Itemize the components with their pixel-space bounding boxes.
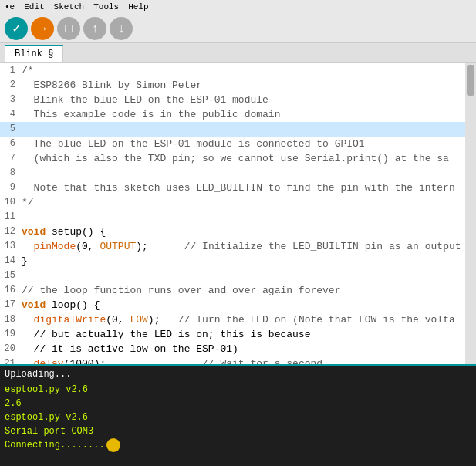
line-number: 7: [0, 151, 22, 166]
console: Uploading... esptool.py v2.62.6esptool.p…: [0, 364, 476, 464]
code-line-19: 19 // but actually the LED is on; this i…: [0, 327, 476, 342]
code-line-3: 3 Blink the blue LED on the ESP-01 modul…: [0, 93, 476, 107]
console-line: Serial port COM3: [5, 424, 471, 438]
code-line-5: 5: [0, 122, 476, 137]
upload-button[interactable]: →: [31, 17, 54, 40]
line-content: [22, 210, 476, 225]
line-number: 16: [0, 283, 22, 298]
line-content: void loop() {: [22, 298, 476, 312]
code-line-9: 9 Note that this sketch uses LED_BUILTIN…: [0, 181, 476, 195]
line-content: ESP8266 Blink by Simon Peter: [22, 78, 476, 93]
line-number: 13: [0, 239, 22, 254]
menu-edit[interactable]: Edit: [24, 2, 44, 12]
line-number: 2: [0, 78, 22, 93]
line-number: 5: [0, 122, 22, 137]
line-content: [22, 122, 476, 137]
line-content: */: [22, 195, 476, 210]
code-line-10: 10*/: [0, 195, 476, 210]
line-content: [22, 268, 476, 283]
code-line-4: 4 This example code is in the public dom…: [0, 107, 476, 122]
open-button[interactable]: ↑: [83, 17, 106, 40]
line-content: // it is active low on the ESP-01): [22, 342, 476, 356]
line-number: 21: [0, 356, 22, 364]
line-number: 3: [0, 93, 22, 107]
line-number: 6: [0, 137, 22, 151]
line-content: void setup() {: [22, 225, 476, 239]
code-line-11: 11: [0, 210, 476, 225]
line-number: 4: [0, 107, 22, 122]
console-output: esptool.py v2.62.6esptool.py v2.6Serial …: [5, 383, 471, 452]
code-area[interactable]: 1/*2 ESP8266 Blink by Simon Peter3 Blink…: [0, 63, 476, 364]
line-content: /*: [22, 63, 476, 78]
code-line-13: 13 pinMode(0, OUTPUT); // Initialize the…: [0, 239, 476, 254]
line-number: 14: [0, 254, 22, 268]
console-line: esptool.py v2.6: [5, 410, 471, 424]
editor: 1/*2 ESP8266 Blink by Simon Peter3 Blink…: [0, 63, 476, 364]
new-button[interactable]: □: [57, 17, 80, 40]
line-number: 12: [0, 225, 22, 239]
line-content: This example code is in the public domai…: [22, 107, 476, 122]
code-line-2: 2 ESP8266 Blink by Simon Peter: [0, 78, 476, 93]
console-line: esptool.py v2.6: [5, 383, 471, 397]
editor-scrollbar[interactable]: [465, 63, 476, 364]
code-line-6: 6 The blue LED on the ESP-01 module is c…: [0, 137, 476, 151]
console-line: Connecting........: [5, 438, 471, 452]
line-number: 1: [0, 63, 22, 78]
line-number: 17: [0, 298, 22, 312]
menu-help[interactable]: Help: [128, 2, 148, 12]
tab-blink[interactable]: Blink §: [5, 45, 63, 62]
menu-file[interactable]: •e: [5, 2, 15, 12]
line-content: pinMode(0, OUTPUT); // Initialize the LE…: [22, 239, 476, 254]
line-content: Note that this sketch uses LED_BUILTIN t…: [22, 181, 476, 195]
console-line: 2.6: [5, 397, 471, 410]
code-line-16: 16// the loop function runs over and ove…: [0, 283, 476, 298]
line-number: 19: [0, 327, 22, 342]
line-number: 10: [0, 195, 22, 210]
menubar: •e Edit Sketch Tools Help: [0, 0, 476, 14]
line-number: 8: [0, 166, 22, 181]
code-line-21: 21 delay(1000); // Wait for a second: [0, 356, 476, 364]
code-line-12: 12void setup() {: [0, 225, 476, 239]
tabbar: Blink §: [0, 43, 476, 63]
menu-sketch[interactable]: Sketch: [54, 2, 85, 12]
line-content: // but actually the LED is on; this is b…: [22, 327, 476, 342]
code-line-1: 1/*: [0, 63, 476, 78]
line-content: The blue LED on the ESP-01 module is con…: [22, 137, 476, 151]
scrollbar-thumb: [467, 65, 474, 96]
code-line-17: 17void loop() {: [0, 298, 476, 312]
line-content: Blink the blue LED on the ESP-01 module: [22, 93, 476, 107]
verify-button[interactable]: ✓: [5, 17, 28, 40]
line-number: 11: [0, 210, 22, 225]
line-content: [22, 166, 476, 181]
code-line-8: 8: [0, 166, 476, 181]
code-line-20: 20 // it is active low on the ESP-01): [0, 342, 476, 356]
line-number: 18: [0, 312, 22, 327]
code-line-14: 14}: [0, 254, 476, 268]
toolbar: ✓ → □ ↑ ↓: [0, 14, 476, 43]
line-content: }: [22, 254, 476, 268]
line-content: digitalWrite(0, LOW); // Turn the LED on…: [22, 312, 476, 327]
cursor-indicator: [106, 438, 120, 452]
code-line-7: 7 (which is also the TXD pin; so we cann…: [0, 151, 476, 166]
line-content: (which is also the TXD pin; so we cannot…: [22, 151, 476, 166]
line-content: // the loop function runs over and over …: [22, 283, 476, 298]
console-status: Uploading...: [5, 369, 471, 383]
line-number: 20: [0, 342, 22, 356]
save-button[interactable]: ↓: [110, 17, 133, 40]
code-line-18: 18 digitalWrite(0, LOW); // Turn the LED…: [0, 312, 476, 327]
menu-tools[interactable]: Tools: [93, 2, 119, 12]
line-number: 9: [0, 181, 22, 195]
code-line-15: 15: [0, 268, 476, 283]
line-number: 15: [0, 268, 22, 283]
line-content: delay(1000); // Wait for a second: [22, 356, 476, 364]
